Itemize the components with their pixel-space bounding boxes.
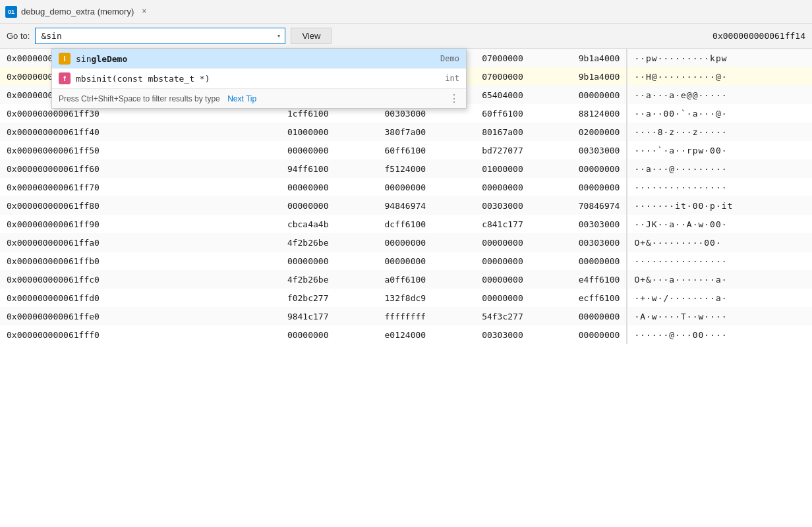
hex-cell-4: 9b1a4000 — [530, 49, 627, 67]
ascii-cell: O+&···a·······a· — [627, 270, 812, 289]
table-row: 0x000000000061ff70 00000000 00000000 000… — [0, 178, 812, 196]
chevron-down-icon[interactable]: ▾ — [273, 29, 285, 43]
ascii-cell: ··a···a·e@@····· — [627, 86, 812, 104]
hex-cell-1: f02bc277 — [238, 289, 335, 307]
autocomplete-dropdown: I singleDemo Demo f mbsinit(const mbstat… — [51, 48, 467, 109]
address-cell: 0x000000000061ff90 — [0, 215, 238, 233]
more-icon[interactable]: ⋮ — [449, 92, 459, 105]
ascii-cell: ·······it·00·p·it — [627, 196, 812, 215]
hex-cell-2: dcff6100 — [335, 215, 433, 233]
goto-label: Go to: — [7, 31, 30, 41]
item-icon-0: I — [59, 53, 71, 65]
hex-cell-4: 00303000 — [530, 233, 627, 252]
address-cell: 0x000000000061ff80 — [0, 196, 238, 215]
hex-cell-2: 00000000 — [335, 178, 433, 196]
hex-cell-4: 9b1a4000 — [530, 67, 627, 86]
hex-cell-4: e4ff6100 — [530, 270, 627, 289]
hex-cell-2: 94846974 — [335, 196, 433, 215]
hex-cell-1: 01000000 — [238, 123, 335, 141]
hex-cell-3: 01000000 — [432, 159, 530, 178]
item-tag-0: Demo — [440, 54, 459, 63]
table-row: 0x000000000061ffc0 4f2b26be a0ff6100 000… — [0, 270, 812, 289]
address-cell: 0x000000000061fff0 — [0, 325, 238, 344]
hex-cell-1: 4f2b26be — [238, 233, 335, 252]
hex-cell-3: 00000000 — [432, 252, 530, 270]
ascii-cell: ·+·w·/········a· — [627, 289, 812, 307]
table-row: 0x000000000061ffb0 00000000 00000000 000… — [0, 252, 812, 270]
hex-cell-4: 00000000 — [530, 86, 627, 104]
memory-table-container: 0x000000000061ff00 e5f94b40 ba000000 070… — [0, 49, 812, 522]
hex-cell-3: 00000000 — [432, 270, 530, 289]
hex-cell-4: 70846974 — [530, 196, 627, 215]
hex-cell-3: 00000000 — [432, 178, 530, 196]
ascii-cell: ····8·z···z····· — [627, 123, 812, 141]
hex-cell-3: c841c177 — [432, 215, 530, 233]
address-display: 0x000000000061ff14 — [712, 31, 805, 41]
hex-cell-3: 00000000 — [432, 233, 530, 252]
close-icon[interactable]: × — [142, 7, 146, 16]
hex-cell-4: 02000000 — [530, 123, 627, 141]
hex-cell-4: 00000000 — [530, 159, 627, 178]
hex-cell-2: f5124000 — [335, 159, 433, 178]
hex-cell-4: ecff6100 — [530, 289, 627, 307]
hex-cell-4: 00000000 — [530, 178, 627, 196]
table-row: 0x000000000061ff40 01000000 380f7a00 801… — [0, 123, 812, 141]
hex-cell-1: 00000000 — [238, 325, 335, 344]
hex-cell-2: ffffffff — [335, 307, 433, 325]
title-bar: 01 debug_demo_extra (memory) × — [0, 0, 812, 24]
hex-cell-2: 00000000 — [335, 252, 433, 270]
hex-cell-2: 380f7a00 — [335, 123, 433, 141]
hex-cell-1: 4f2b26be — [238, 270, 335, 289]
hex-cell-3: 54f3c277 — [432, 307, 530, 325]
hex-cell-2: 00000000 — [335, 233, 433, 252]
ascii-cell: ················ — [627, 178, 812, 196]
address-cell: 0x000000000061ff40 — [0, 123, 238, 141]
ascii-cell: ··H@··········@· — [627, 67, 812, 86]
table-row: 0x000000000061ff60 94ff6100 f5124000 010… — [0, 159, 812, 178]
hex-cell-4: 88124000 — [530, 104, 627, 123]
hex-cell-2: e0124000 — [335, 325, 433, 344]
address-cell: 0x000000000061ff50 — [0, 141, 238, 159]
address-cell: 0x000000000061ffb0 — [0, 252, 238, 270]
next-tip-link[interactable]: Next Tip — [227, 94, 256, 103]
hex-cell-1: 9841c177 — [238, 307, 335, 325]
item-name-0: singleDemo — [76, 54, 435, 64]
autocomplete-hint: Press Ctrl+Shift+Space to filter results… — [52, 88, 466, 108]
address-cell: 0x000000000061ff60 — [0, 159, 238, 178]
ascii-cell: ················ — [627, 252, 812, 270]
goto-input-wrapper: ▾ — [35, 28, 285, 44]
hex-cell-1: cbca4a4b — [238, 215, 335, 233]
hex-cell-3: bd727077 — [432, 141, 530, 159]
hex-cell-3: 00303000 — [432, 325, 530, 344]
autocomplete-item-1[interactable]: f mbsinit(const mbstate_t *) int — [52, 69, 466, 88]
table-row: 0x000000000061fff0 00000000 e0124000 003… — [0, 325, 812, 344]
hex-cell-1: 94ff6100 — [238, 159, 335, 178]
item-name-1: mbsinit(const mbstate_t *) — [76, 74, 440, 84]
table-row: 0x000000000061ff80 00000000 94846974 003… — [0, 196, 812, 215]
hex-cell-1: 00000000 — [238, 141, 335, 159]
hex-cell-1: 00000000 — [238, 178, 335, 196]
hex-cell-4: 00303000 — [530, 215, 627, 233]
table-row: 0x000000000061ffe0 9841c177 ffffffff 54f… — [0, 307, 812, 325]
ascii-cell: ····`·a··rpw·00· — [627, 141, 812, 159]
ascii-cell: ··a···@········· — [627, 159, 812, 178]
hex-cell-1: 00000000 — [238, 252, 335, 270]
table-row: 0x000000000061ffa0 4f2b26be 00000000 000… — [0, 233, 812, 252]
hex-cell-1: 00000000 — [238, 196, 335, 215]
ascii-cell: ··a··00·`·a···@· — [627, 104, 812, 123]
hex-cell-2: 60ff6100 — [335, 141, 433, 159]
goto-bar: Go to: ▾ View 0x000000000061ff14 I singl… — [0, 24, 812, 49]
address-cell: 0x000000000061ffa0 — [0, 233, 238, 252]
address-cell: 0x000000000061ffd0 — [0, 289, 238, 307]
ascii-cell: ··JK··a··A·w·00· — [627, 215, 812, 233]
address-cell: 0x000000000061ffe0 — [0, 307, 238, 325]
hex-cell-4: 00000000 — [530, 252, 627, 270]
address-cell: 0x000000000061ff70 — [0, 178, 238, 196]
window-title: debug_demo_extra (memory) — [21, 7, 134, 16]
autocomplete-item-0[interactable]: I singleDemo Demo — [52, 49, 466, 69]
view-button[interactable]: View — [291, 28, 332, 44]
table-row: 0x000000000061ff50 00000000 60ff6100 bd7… — [0, 141, 812, 159]
goto-input[interactable] — [36, 28, 272, 43]
hex-cell-3: 00000000 — [432, 289, 530, 307]
ascii-cell: ······@···00···· — [627, 325, 812, 344]
